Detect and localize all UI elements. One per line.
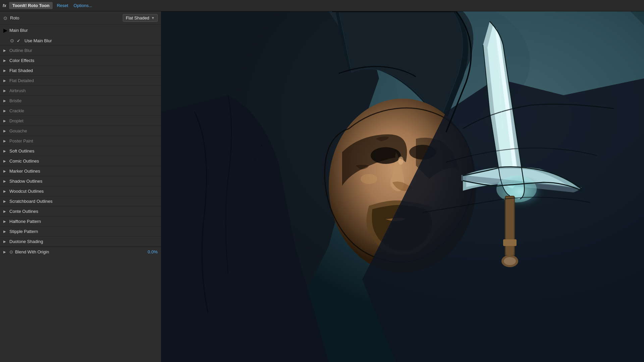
dropdown-arrow: ▼ xyxy=(151,16,155,20)
airbrush-triangle: ▶ xyxy=(3,89,7,93)
options-button[interactable]: Options... xyxy=(72,2,94,9)
section-duotone-shading[interactable]: ▶Duotone Shading xyxy=(0,237,161,247)
marker-outlines-triangle: ▶ xyxy=(3,169,7,173)
section-flat-shaded[interactable]: ▶Flat Shaded xyxy=(0,66,161,76)
blend-value: 0.0% xyxy=(148,249,158,254)
conte-outlines-label: Conte Outlines xyxy=(9,209,38,214)
shadow-outlines-label: Shadow Outlines xyxy=(9,179,42,184)
flat-detailed-label: Flat Detailed xyxy=(9,78,34,83)
section-shadow-outlines[interactable]: ▶Shadow Outlines xyxy=(0,176,161,186)
left-panel: ⊙ Roto Flat Shaded ▼ ▶ Main Blur ⊙ ✓ Use… xyxy=(0,11,161,362)
main-blur-triangle: ▶ xyxy=(3,27,7,34)
main-blur-header[interactable]: ▶ Main Blur xyxy=(0,25,161,36)
color-effects-label: Color Effects xyxy=(9,58,34,63)
bristle-label: Bristle xyxy=(9,98,21,103)
top-bar: fx ToonIt! Roto Toon Reset Options... xyxy=(0,0,644,11)
section-stipple-pattern[interactable]: ▶Stipple Pattern xyxy=(0,227,161,237)
fx-badge: fx xyxy=(3,3,6,8)
scratchboard-outlines-triangle: ▶ xyxy=(3,199,7,203)
main-blur-section: ▶ Main Blur ⊙ ✓ Use Main Blur xyxy=(0,25,161,46)
flat-detailed-triangle: ▶ xyxy=(3,79,7,82)
outline-blur-triangle: ▶ xyxy=(3,49,7,52)
reset-button[interactable]: Reset xyxy=(55,2,69,9)
use-main-blur-label: Use Main Blur xyxy=(24,38,52,43)
shadow-outlines-triangle: ▶ xyxy=(3,179,7,183)
airbrush-label: Airbrush xyxy=(9,88,25,93)
section-droplet[interactable]: ▶Droplet xyxy=(0,116,161,126)
stipple-pattern-label: Stipple Pattern xyxy=(9,229,38,234)
gouache-label: Gouache xyxy=(9,128,27,133)
blend-label: Blend With Origin xyxy=(15,249,146,254)
blur-checkbox-row: ⊙ ✓ Use Main Blur xyxy=(0,36,161,45)
soft-outlines-label: Soft Outlines xyxy=(9,148,34,154)
woodcut-outlines-triangle: ▶ xyxy=(3,189,7,193)
preview-image xyxy=(161,11,644,362)
droplet-triangle: ▶ xyxy=(3,119,7,123)
color-effects-triangle: ▶ xyxy=(3,59,7,62)
section-crackle[interactable]: ▶Crackle xyxy=(0,106,161,116)
outline-blur-label: Outline Blur xyxy=(9,48,32,53)
svg-point-20 xyxy=(361,174,377,184)
halftone-pattern-triangle: ▶ xyxy=(3,220,7,223)
section-conte-outlines[interactable]: ▶Conte Outlines xyxy=(0,206,161,217)
roto-label: Roto xyxy=(10,15,120,20)
poster-paint-label: Poster Paint xyxy=(9,138,33,143)
soft-outlines-triangle: ▶ xyxy=(3,149,7,153)
section-comic-outlines[interactable]: ▶Comic Outlines xyxy=(0,156,161,166)
duotone-shading-label: Duotone Shading xyxy=(9,239,43,244)
section-flat-detailed[interactable]: ▶Flat Detailed xyxy=(0,76,161,86)
section-halftone-pattern[interactable]: ▶Halftone Pattern xyxy=(0,217,161,227)
main-layout: ⊙ Roto Flat Shaded ▼ ▶ Main Blur ⊙ ✓ Use… xyxy=(0,11,644,362)
svg-point-4 xyxy=(371,147,401,164)
section-woodcut-outlines[interactable]: ▶Woodcut Outlines xyxy=(0,186,161,196)
roto-dropdown[interactable]: Flat Shaded ▼ xyxy=(123,14,158,22)
section-bristle[interactable]: ▶Bristle xyxy=(0,96,161,106)
scratchboard-outlines-label: Scratchboard Outlines xyxy=(9,199,53,204)
section-airbrush[interactable]: ▶Airbrush xyxy=(0,86,161,96)
svg-point-16 xyxy=(268,152,269,153)
section-scratchboard-outlines[interactable]: ▶Scratchboard Outlines xyxy=(0,196,161,206)
droplet-label: Droplet xyxy=(9,118,23,123)
dropdown-value: Flat Shaded xyxy=(126,15,149,20)
halftone-pattern-label: Halftone Pattern xyxy=(9,219,41,224)
blend-row[interactable]: ▶ ⊙ Blend With Origin 0.0% xyxy=(0,247,161,257)
comic-outlines-triangle: ▶ xyxy=(3,159,7,163)
marker-outlines-label: Marker Outlines xyxy=(9,169,40,174)
flat-shaded-label: Flat Shaded xyxy=(9,68,33,73)
blend-icon: ⊙ xyxy=(9,249,13,254)
roto-row: ⊙ Roto Flat Shaded ▼ xyxy=(0,11,161,25)
main-blur-label: Main Blur xyxy=(9,28,28,33)
section-gouache[interactable]: ▶Gouache xyxy=(0,126,161,136)
svg-point-17 xyxy=(254,158,256,160)
gouache-triangle: ▶ xyxy=(3,129,7,133)
svg-rect-9 xyxy=(506,197,514,255)
flat-shaded-triangle: ▶ xyxy=(3,69,7,72)
section-color-effects[interactable]: ▶Color Effects xyxy=(0,56,161,66)
sections-container: ▶Outline Blur▶Color Effects▶Flat Shaded▶… xyxy=(0,46,161,247)
right-panel xyxy=(161,11,644,362)
svg-point-7 xyxy=(496,176,537,202)
crackle-triangle: ▶ xyxy=(3,109,7,113)
plugin-title: ToonIt! Roto Toon xyxy=(9,2,53,9)
section-marker-outlines[interactable]: ▶Marker Outlines xyxy=(0,166,161,176)
section-soft-outlines[interactable]: ▶Soft Outlines xyxy=(0,146,161,156)
crackle-label: Crackle xyxy=(9,108,24,113)
woodcut-outlines-label: Woodcut Outlines xyxy=(9,189,44,194)
stipple-pattern-triangle: ▶ xyxy=(3,230,7,233)
svg-rect-10 xyxy=(503,239,517,246)
blur-icon: ⊙ xyxy=(10,38,14,43)
svg-point-19 xyxy=(398,157,404,165)
conte-outlines-triangle: ▶ xyxy=(3,209,7,213)
poster-paint-triangle: ▶ xyxy=(3,139,7,143)
duotone-shading-triangle: ▶ xyxy=(3,240,7,243)
section-poster-paint[interactable]: ▶Poster Paint xyxy=(0,136,161,146)
svg-point-12 xyxy=(504,257,516,265)
checkmark: ✓ xyxy=(17,38,20,43)
comic-outlines-label: Comic Outlines xyxy=(9,159,39,164)
svg-point-18 xyxy=(265,165,266,166)
section-outline-blur[interactable]: ▶Outline Blur xyxy=(0,46,161,56)
blend-triangle: ▶ xyxy=(3,250,7,254)
roto-icon: ⊙ xyxy=(3,15,7,21)
svg-point-15 xyxy=(261,145,262,146)
bristle-triangle: ▶ xyxy=(3,99,7,103)
